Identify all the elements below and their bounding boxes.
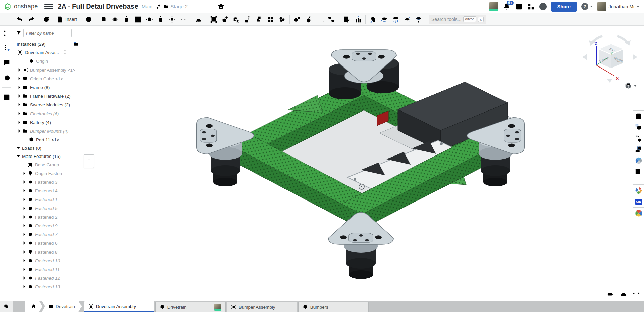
folder-breadcrumb-tab[interactable]: Drivetrain (42, 301, 82, 312)
ball-mate-icon[interactable] (166, 14, 178, 25)
filter-icon[interactable] (16, 30, 21, 36)
mate-row[interactable]: Fastened 2 (14, 213, 82, 221)
tab-drivetrain[interactable]: Drivetrain (155, 302, 226, 312)
tree-row[interactable]: Swerve Modules (2) (13, 100, 82, 109)
tree-row[interactable]: Battery (4) (13, 118, 82, 127)
tab-bumper-assembly[interactable]: Bumper Assembly (227, 302, 297, 312)
list-view-icon[interactable] (74, 30, 79, 36)
slider-mate-icon[interactable] (121, 14, 132, 25)
gear-relation-icon[interactable] (291, 14, 303, 25)
expand-chevron-icon[interactable] (22, 180, 27, 184)
expand-chevron-icon[interactable] (22, 276, 27, 280)
expand-chevron-icon[interactable] (22, 241, 27, 246)
expand-chevron-icon[interactable] (17, 111, 22, 116)
performance-button[interactable] (2, 73, 12, 83)
tangent-mate-icon[interactable] (178, 14, 189, 25)
snap-mode-icon[interactable] (193, 14, 204, 25)
mate-row[interactable]: Fastened 13 (14, 282, 82, 291)
expand-chevron-icon[interactable] (22, 197, 27, 202)
mate-row[interactable]: Fastened 8 (14, 248, 82, 256)
mate-row[interactable]: Fastened 3 (14, 178, 82, 186)
replace-instance-icon[interactable] (231, 14, 242, 25)
app-store-icon[interactable] (527, 3, 535, 10)
mate-row[interactable]: Fastened 6 (14, 239, 82, 248)
screw-relation-icon[interactable] (314, 14, 326, 25)
main-menu-icon[interactable] (44, 2, 53, 11)
animate-spin-icon[interactable] (379, 14, 390, 25)
expand-chevron-icon[interactable] (22, 250, 27, 254)
tree-row[interactable]: Drivetrain Asse... (13, 48, 82, 57)
app-mk-button[interactable] (633, 196, 644, 208)
mate-row[interactable]: Fastened 4 (14, 186, 82, 195)
exploded-view-icon[interactable] (352, 14, 364, 25)
mate-row[interactable]: Fastened 1 (14, 195, 82, 204)
expand-chevron-icon[interactable] (22, 215, 27, 219)
new-folder-icon[interactable] (74, 41, 79, 47)
collision-icon[interactable] (276, 14, 288, 25)
version-label[interactable]: Stage 2 (170, 4, 188, 9)
tree-row[interactable]: Origin Cube <1> (13, 74, 82, 83)
manikin-icon[interactable] (242, 14, 254, 25)
expand-chevron-icon[interactable] (17, 85, 22, 90)
create-version-button[interactable] (2, 43, 12, 53)
expand-chevron-icon[interactable] (22, 171, 27, 176)
add-tab-button[interactable] (13, 301, 25, 312)
linked-documents-button[interactable] (633, 133, 644, 144)
swerve-module-bottom[interactable] (328, 212, 393, 279)
named-positions-icon[interactable] (83, 14, 94, 25)
animate-explode-icon[interactable] (390, 14, 401, 25)
rack-pinion-relation-icon[interactable] (303, 14, 314, 25)
pin-slot-mate-icon[interactable] (155, 14, 166, 25)
mate-row[interactable]: Fastened 11 (14, 265, 82, 274)
tab-drivetrain-assembly[interactable]: Drivetrain Assembly (84, 301, 154, 312)
loads-section-header[interactable]: Loads (0) (13, 144, 82, 152)
tasks-panel-icon[interactable] (515, 3, 523, 10)
mate-list-flyout-button[interactable] (84, 154, 94, 168)
undo-icon[interactable] (14, 14, 25, 25)
tree-row[interactable]: Bumper Mounts (4) (13, 127, 82, 135)
link-icon[interactable] (156, 4, 161, 9)
expand-chevron-icon[interactable] (22, 284, 27, 289)
expand-chevron-icon[interactable] (22, 206, 27, 211)
transform-icon[interactable] (254, 14, 265, 25)
animate-collapse-icon[interactable] (401, 14, 413, 25)
fastened-mate-icon[interactable] (98, 14, 109, 25)
tree-row[interactable]: Electronics (6) (13, 109, 82, 118)
shortcuts-app-button[interactable] (633, 166, 644, 177)
mate-row[interactable]: Origin Fasten (14, 169, 82, 178)
tree-row[interactable]: Frame (8) (13, 83, 82, 92)
tree-row[interactable]: Frame Hardware (2) (13, 92, 82, 100)
tree-row[interactable]: Origin (13, 57, 82, 65)
mate-connector-icon[interactable] (219, 14, 231, 25)
tasks-button[interactable] (2, 92, 12, 102)
mate-row[interactable]: Fastened 10 (14, 256, 82, 265)
mate-row[interactable]: Fastened 5 (14, 204, 82, 213)
redo-icon[interactable] (25, 14, 37, 25)
help-menu[interactable]: ? (581, 3, 593, 10)
view-cube[interactable]: Top Front Right Z X Y (580, 32, 639, 85)
app-color-wheel-button[interactable] (633, 184, 644, 196)
user-menu[interactable]: Jonathan Mi (597, 2, 639, 11)
expand-chevron-icon[interactable] (22, 232, 27, 237)
group-icon[interactable] (208, 14, 219, 25)
pinwheel-app-button[interactable] (633, 155, 644, 166)
mate-row[interactable]: Fastened 7 (14, 230, 82, 239)
tab-manager-button[interactable] (0, 301, 13, 312)
properties-panel-button[interactable] (633, 110, 644, 122)
bom-panel-button[interactable] (633, 122, 644, 133)
update-linked-icon[interactable] (41, 14, 52, 25)
expand-chevron-icon[interactable] (17, 102, 22, 107)
tree-row[interactable]: Bumper Assembly <1> (13, 65, 82, 74)
tree-row[interactable]: Part 11 <1> (13, 135, 82, 144)
bom-icon[interactable] (341, 14, 352, 25)
view-options-button[interactable] (625, 82, 637, 89)
cylindrical-mate-icon[interactable] (144, 14, 155, 25)
tape-measure-button[interactable] (606, 290, 615, 298)
filter-input[interactable] (23, 29, 72, 37)
mates-section-header[interactable]: Mate Features (15) (13, 152, 82, 160)
versions-history-button[interactable] (2, 28, 12, 38)
mass-properties-button[interactable] (632, 290, 641, 298)
search-tools-field[interactable]: Search tools... alt/⌥ c (429, 15, 486, 24)
named-views-button[interactable] (633, 144, 644, 155)
onshape-logo[interactable]: onshape (0, 3, 42, 10)
